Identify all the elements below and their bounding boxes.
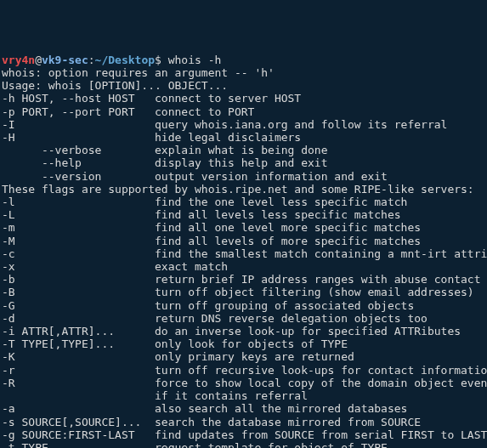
output-line: --version output version information and…: [2, 170, 487, 183]
output-line: -s SOURCE[,SOURCE]... search the databas…: [2, 416, 487, 428]
prompt-host: vk9-sec: [42, 54, 88, 66]
output-line: if it contains referral: [2, 389, 487, 402]
output-line: -K only primary keys are returned: [2, 350, 487, 363]
output-line: -g SOURCE:FIRST-LAST find updates from S…: [2, 428, 487, 441]
output-line: -d return DNS reverse delegation objects…: [2, 312, 487, 325]
output-line: -c find the smallest match containing a …: [2, 247, 487, 260]
output-line: Usage: whois [OPTION]... OBJECT...: [2, 79, 487, 92]
output-line: -h HOST, --host HOST connect to server H…: [2, 92, 487, 105]
output-line: -G turn off grouping of associated objec…: [2, 299, 487, 312]
prompt-user: vry4n: [2, 54, 35, 66]
output-line: -R force to show local copy of the domai…: [2, 377, 487, 389]
output-line: -T TYPE[,TYPE]... only look for objects …: [2, 337, 487, 350]
output-line: --verbose explain what is being done: [2, 144, 487, 156]
output-line: -i ATTR[,ATTR]... do an inverse look-up …: [2, 325, 487, 337]
output-line: -b return brief IP address ranges with a…: [2, 273, 487, 286]
output-line: -p PORT, --port PORT connect to PORT: [2, 105, 487, 118]
prompt-cwd: Desktop: [108, 54, 155, 66]
output-line: --help display this help and exit: [2, 156, 487, 169]
prompt-tilde: ~/: [95, 54, 109, 66]
output-line: -a also search all the mirrored database…: [2, 402, 487, 415]
output-line: -B turn off object filtering (show email…: [2, 286, 487, 298]
output-line: whois: option requires an argument -- 'h…: [2, 66, 487, 79]
terminal[interactable]: vry4n@vk9-sec:~/Desktop$ whois -hwhois: …: [0, 52, 487, 448]
output-line: -m find all one level more specific matc…: [2, 221, 487, 234]
output-line: -x exact match: [2, 260, 487, 273]
typed-command: whois -h: [168, 54, 222, 66]
output-line: -t TYPE request template for object of T…: [2, 441, 487, 448]
output-line: -r turn off recursive look-ups for conta…: [2, 364, 487, 377]
prompt-at: @: [35, 54, 42, 66]
output-line: -I query whois.iana.org and follow its r…: [2, 118, 487, 131]
output-line: -H hide legal disclaimers: [2, 131, 487, 144]
output-line: -L find all levels less specific matches: [2, 208, 487, 221]
output-line: -M find all levels of more specific matc…: [2, 235, 487, 247]
prompt-dollar: $: [155, 54, 168, 66]
output-line: -l find the one level less specific matc…: [2, 196, 487, 208]
prompt-line: vry4n@vk9-sec:~/Desktop$ whois -h: [2, 54, 487, 66]
output-line: These flags are supported by whois.ripe.…: [2, 183, 487, 196]
prompt-colon: :: [88, 54, 95, 66]
